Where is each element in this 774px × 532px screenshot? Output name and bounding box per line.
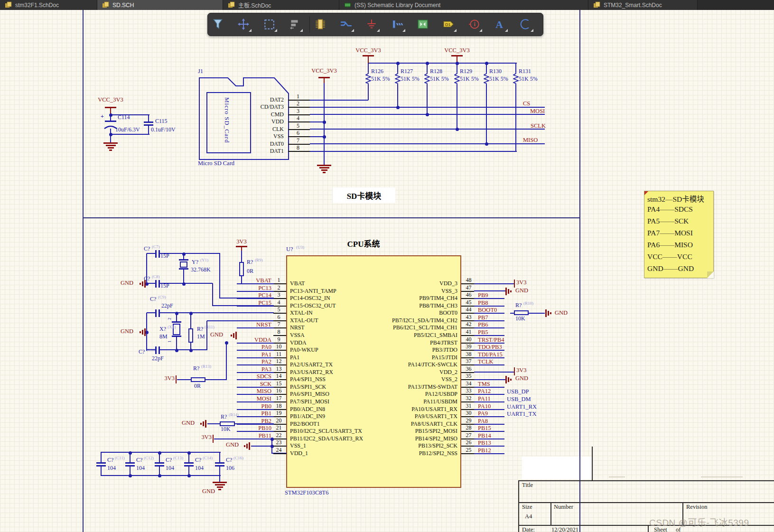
wire-segment [318,77,330,78]
resistor-zigzag[interactable] [365,72,371,84]
schematic-canvas[interactable]: Micro SD_Card VCC_3V3 VCC_3V3 VCC_3V3 VC… [0,0,774,532]
document-tab[interactable]: 主板.SchDoc [223,0,339,10]
r9-value: 0R [247,268,253,275]
wire-segment [486,63,487,72]
resistor-zigzag[interactable] [395,72,401,84]
power-label-3v3: 3V3 [197,434,212,441]
power-label-gnd: GND [121,328,133,335]
pin-number: 38 [462,351,475,356]
wire-segment [219,476,220,482]
earth-bar [108,147,114,149]
c115-designator: C115 [155,118,168,125]
r13-value: 0R [194,383,201,390]
earth-bar [218,489,221,490]
pin-name: VSS_3 [344,288,457,294]
net-label: PB7 [478,314,488,321]
document-tab[interactable]: (SS) Schematic Library Document [339,0,588,10]
part-tool-button[interactable] [314,18,330,32]
pin-name: PB4/JTRST [344,340,457,346]
pin-number: 26 [462,439,475,445]
pin-number: 20 [272,417,285,423]
r10-resistor-body[interactable] [514,310,529,315]
resistor-zigzag[interactable] [454,72,460,84]
pin-number: 8 [290,144,306,150]
wire-segment [206,321,207,350]
pin-name: PA10/USART1_RX [344,406,457,412]
y1-crystal-body[interactable] [180,261,187,268]
schdoc-icon [5,1,12,9]
pin-number: 48 [462,277,475,282]
resistor-designator: R127 [401,68,413,75]
wire-segment [474,372,514,373]
power-label-gnd: GND [182,420,195,427]
wire-segment [219,467,220,476]
tab-label: (SS) Schematic Library Document [354,2,440,9]
wire-segment [177,379,191,380]
pin-number: 45 [462,299,475,305]
c114-plus-sign: + [101,113,104,120]
sd-section-title: SD卡模块 [333,187,395,203]
pin-name: PB15/SPI2_MOSI [344,428,457,434]
pin-name: PA13/JTMS-SWDAT [344,384,457,390]
dropdown-triangle-icon [249,29,252,32]
gnd-bar [550,312,551,314]
resistor-zigzag[interactable] [424,72,430,84]
dropdown-triangle-icon [402,29,405,32]
r13-resistor-body[interactable] [191,377,205,382]
pin-number: 25 [462,447,475,452]
pin-number: 7 [290,137,306,143]
y1-designator: Y? [192,259,198,266]
cap-value: 104 [166,465,174,472]
pin-name: PC14-OSC32_IN [290,295,330,301]
cap-sub: (C11) [115,456,125,460]
wire-segment [190,313,191,329]
cap-sub: (C12) [144,456,154,460]
pin-name: XTAL-IN [290,310,313,316]
r9-resistor-body[interactable] [239,262,244,276]
wire-segment [111,134,149,135]
document-tab[interactable]: STM32_Smart.SchDoc [588,0,698,10]
gnd-bar [505,288,507,295]
wire-segment [515,63,516,72]
sheet-tool-button[interactable] [417,18,433,32]
pin-name: VDD_1 [290,450,308,457]
r11-resistor-body[interactable] [188,328,193,343]
r10-sub: (R10) [523,301,533,306]
net-label: MOSI [218,395,271,401]
port-label: UART1_RX [507,403,537,411]
junction-dot [189,312,193,315]
dropdown-triangle-icon [377,29,380,32]
net-label: PA11 [478,395,491,402]
c114-cap-plate [105,121,116,122]
pin-name: PA11/USBDM [344,399,457,405]
cpu-designator-sub: (U3) [296,245,304,250]
net-label: PC14 [218,292,271,298]
wire-segment [310,151,517,152]
resistor-zigzag[interactable] [513,72,519,84]
pin-line [288,151,310,152]
document-tab[interactable]: stm32F1.SchDoc [0,0,97,10]
pin-name: VSS_2 [344,376,457,383]
port-label: USB_DP [507,388,529,395]
gnd-bar [246,444,248,448]
net-label: SCK [218,381,271,386]
pin-name: PA6/SPI1_MISO [290,391,329,397]
net-label: NRST [218,321,271,327]
watermark: CSDN @可乐-飞冰5399 [649,515,749,528]
resistor-value: 51K 5% [401,75,420,83]
pin-number: 40 [462,336,475,342]
cap-plate [215,462,224,464]
power-label-3v3: 3V3 [230,238,253,245]
pin-name: PB2/BOOT1 [290,421,320,427]
pin-number: 44 [462,306,475,312]
net-label: PA8 [478,418,488,425]
pin-name: PB8/TIM4_CH3 [344,303,457,309]
wire-segment [397,84,398,107]
resistor-zigzag[interactable] [484,72,489,84]
filter-tool-button[interactable] [212,18,228,32]
earth-bar [317,165,331,166]
c7-sub: (C7) [152,244,160,249]
wire-segment [310,129,545,130]
document-tab[interactable]: SD.SCH [97,0,223,10]
net-label: MISO [523,137,538,144]
